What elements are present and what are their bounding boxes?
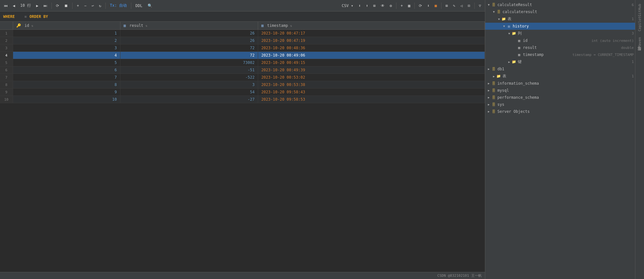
tree-arrow-collapsed xyxy=(507,60,511,64)
refresh-button[interactable]: ⟳ xyxy=(54,3,61,9)
tree-item-cols-folder[interactable]: 📁 列 3 xyxy=(485,30,635,37)
remove-row-button[interactable]: − xyxy=(82,3,88,9)
tree-item-tables-folder[interactable]: 📁 表 1 xyxy=(485,15,635,23)
stop-button[interactable]: ⏹ xyxy=(62,3,70,9)
first-row-button[interactable]: ⏮ xyxy=(2,3,10,9)
tree-item-performance_schema[interactable]: 🗄 performance_schema xyxy=(485,94,635,101)
tree-label: id xyxy=(523,38,590,43)
sep3 xyxy=(105,3,106,9)
db-icon: 🗄 xyxy=(496,9,501,14)
undo-button[interactable]: ↩ xyxy=(90,3,96,9)
grid-button[interactable]: ⊞ xyxy=(371,3,377,9)
add-row-button[interactable]: + xyxy=(75,3,81,9)
right-vertical-sidebar: CopilotGitHub Maven 运行配置 xyxy=(635,0,644,279)
add-col-button[interactable]: + xyxy=(399,3,405,9)
cell-rownum: 9 xyxy=(0,89,13,96)
table-row[interactable]: 9 9 54 2023-10-20 09:58:43 xyxy=(0,89,485,96)
filter-button[interactable]: ▽ xyxy=(477,3,483,9)
tree-item-db1[interactable]: 🗄 db1 xyxy=(485,66,635,73)
where-label: WHERE xyxy=(3,14,15,19)
cell-timestamp: 2023-10-20 00:48:36 xyxy=(258,44,485,52)
result-col-icon: ▦ xyxy=(124,23,126,28)
cell-timestamp: 2023-10-20 00:53:38 xyxy=(258,81,485,89)
table-row[interactable]: 1 1 26 2023-10-20 00:47:17 xyxy=(0,30,485,37)
where-filter[interactable]: WHERE xyxy=(3,14,15,19)
table-icon[interactable]: ▦ xyxy=(406,3,412,9)
prev-button2[interactable]: ◁ xyxy=(458,3,464,9)
tree-item-history[interactable]: ▦ history xyxy=(485,23,635,30)
cell-result: -51 xyxy=(120,66,258,74)
import-button[interactable]: ⬆ xyxy=(364,3,370,9)
tree-label: 表 xyxy=(508,16,630,22)
last-row-button[interactable]: ⏭ xyxy=(42,3,49,9)
cell-id: 8 xyxy=(13,81,120,89)
redo-button[interactable]: ↻ xyxy=(97,3,103,9)
toolbar: ⏮ ◀ 10 行 ▶ ⏭ ⟳ ⏹ + − ↩ ↻ Tx: 自动 DDL 🔍 CS… xyxy=(0,0,485,12)
prev-page-button[interactable]: ◀ xyxy=(11,3,17,9)
maven-sidebar-item[interactable]: Maven xyxy=(636,35,643,50)
cell-timestamp: 2023-10-20 00:53:02 xyxy=(258,74,485,81)
table-row[interactable]: 3 3 72 2023-10-20 00:48:36 xyxy=(0,44,485,52)
table-body: 1 1 26 2023-10-20 00:47:17 2 2 26 2023-1… xyxy=(0,30,485,103)
col-header-timestamp[interactable]: ▦ timestamp ⇅ xyxy=(258,22,485,30)
col-header-result[interactable]: ▦ result ⇅ xyxy=(120,22,258,30)
table-grid-button[interactable]: ⊞ xyxy=(444,3,450,9)
db-icon: 🗄 xyxy=(491,2,496,7)
ddl-button[interactable]: DDL xyxy=(134,3,144,9)
cell-timestamp: 2023-10-20 00:49:15 xyxy=(258,59,485,66)
col-header-id[interactable]: 🔑 id ⇅ xyxy=(13,22,120,30)
tree-badge: 1 xyxy=(632,74,634,78)
tree-item-mysql[interactable]: 🗄 mysql xyxy=(485,87,635,94)
csv-dropdown[interactable]: CSV ▾ xyxy=(340,3,355,9)
table-row[interactable]: 5 5 73002 2023-10-20 00:49:15 xyxy=(0,59,485,66)
id-sort-icon: ⇅ xyxy=(31,24,33,27)
export-button[interactable]: ⬇ xyxy=(356,3,363,9)
tree-item-information_schema[interactable]: 🗄 information_schema xyxy=(485,80,635,87)
table-row[interactable]: 2 2 26 2023-10-20 00:47:19 xyxy=(0,37,485,44)
table-row[interactable]: 4 4 72 2023-10-20 00:49:06 xyxy=(0,52,485,59)
tree-item-col-result[interactable]: ▦ result double xyxy=(485,44,635,51)
orderby-filter[interactable]: ≡ ORDER BY xyxy=(24,14,48,19)
tree-item-server-objects[interactable]: 🗄 Server Objects xyxy=(485,108,635,115)
next-page-button[interactable]: ▶ xyxy=(34,3,40,9)
cell-id: 1 xyxy=(13,30,120,37)
tx-dropdown[interactable]: Tx: 自动 xyxy=(108,2,129,9)
table-row[interactable]: 8 8 3 2023-10-20 00:53:38 xyxy=(0,81,485,89)
tree-item-calculateresult[interactable]: 🗄 calculateresult xyxy=(485,8,635,15)
edit-button[interactable]: ✎ xyxy=(451,3,457,9)
table-row[interactable]: 10 10 -27 2023-10-20 09:58:53 xyxy=(0,96,485,103)
tree-item-col-id[interactable]: ▦ id int (auto increment) xyxy=(485,37,635,44)
cell-rownum: 6 xyxy=(0,66,13,74)
rows-count[interactable]: 10 行 xyxy=(18,2,33,9)
db-icon: 🗄 xyxy=(491,88,496,93)
copilot-sidebar-item[interactable]: CopilotGitHub xyxy=(636,1,643,34)
tree-badge: 6 xyxy=(632,3,634,7)
tree-item-keys-folder[interactable]: 📁 键 1 xyxy=(485,58,635,66)
search-button[interactable]: 🔍 xyxy=(146,3,154,9)
run-config-sidebar-item[interactable]: 运行配置 xyxy=(636,51,643,56)
sep4 xyxy=(131,3,131,9)
table-row[interactable]: 7 7 -522 2023-10-20 00:53:02 xyxy=(0,74,485,81)
tree-item-col-timestamp[interactable]: ▦ timestamp timestamp = CURRENT_TIMESTAM… xyxy=(485,51,635,58)
sep8 xyxy=(474,3,475,9)
orange-square[interactable]: ■ xyxy=(433,3,439,9)
settings-button[interactable]: ⚙ xyxy=(388,3,394,9)
cell-timestamp: 2023-10-20 00:47:19 xyxy=(258,37,485,44)
tree-arrow-expanded xyxy=(487,3,491,7)
column-icon: ▦ xyxy=(517,52,522,57)
tree-type-info: double xyxy=(621,46,634,50)
filter-bar: WHERE ≡ ORDER BY xyxy=(0,12,485,22)
sync-button[interactable]: ⟳ xyxy=(417,3,424,9)
tree-item-calculateResult[interactable]: 🗄 calculateResult 6 xyxy=(485,1,635,8)
tree-arrow-empty xyxy=(512,45,517,50)
screenshot-button[interactable]: ⊡ xyxy=(466,3,472,9)
table-row[interactable]: 6 6 -51 2023-10-20 00:49:39 xyxy=(0,66,485,74)
export2-button[interactable]: ⬇ xyxy=(425,3,431,9)
view-button[interactable]: 👁 xyxy=(379,3,387,9)
table-container[interactable]: 🔑 id ⇅ ▦ result ⇅ ▦ timestamp ⇅ xyxy=(0,22,485,272)
tree-item-sys[interactable]: 🗄 sys xyxy=(485,101,635,108)
tree-item-db1-tables[interactable]: 📁 表 1 xyxy=(485,73,635,80)
tree-area[interactable]: 🗄 calculateResult 6 🗄 calculateresult 📁 … xyxy=(485,0,635,279)
main-area: ⏮ ◀ 10 行 ▶ ⏭ ⟳ ⏹ + − ↩ ↻ Tx: 自动 DDL 🔍 CS… xyxy=(0,0,485,279)
credit-text: CSDN @832102101 王一帆 xyxy=(437,273,482,278)
